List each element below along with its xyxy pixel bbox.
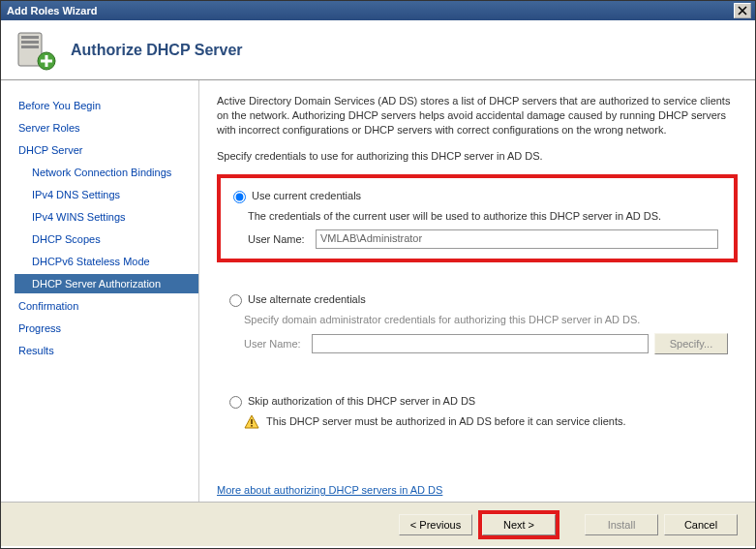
sidebar: Before You Begin Server Roles DHCP Serve… [1,80,199,502]
sidebar-item-results[interactable]: Results [15,341,198,360]
next-button-highlight: Next > [478,510,559,539]
cancel-button[interactable]: Cancel [664,514,738,535]
sidebar-item-ipv4-wins[interactable]: IPv4 WINS Settings [15,207,198,227]
window: Add Roles Wizard Authorize DHCP Server B… [0,0,756,549]
current-user-row: User Name: VMLAB\Administrator [248,229,724,249]
sidebar-item-network-bindings[interactable]: Network Connection Bindings [15,163,198,182]
radio-use-current[interactable]: Use current credentials [228,188,724,203]
option-skip-group: Skip authorization of this DHCP server i… [217,383,738,445]
sidebar-item-ipv4-dns[interactable]: IPv4 DNS Settings [15,185,198,204]
page-title: Authorize DHCP Server [71,42,243,59]
alternate-user-field [312,334,649,353]
sidebar-item-dhcp-server[interactable]: DHCP Server [15,140,198,160]
content-pane: Active Directory Domain Services (AD DS)… [199,80,755,502]
radio-use-alternate-input[interactable] [229,294,242,307]
alternate-user-label: User Name: [244,338,312,350]
titlebar[interactable]: Add Roles Wizard [1,1,755,20]
alternate-desc: Specify domain administrator credentials… [244,313,728,327]
radio-skip-input[interactable] [229,396,242,409]
radio-use-current-input[interactable] [233,191,246,203]
current-user-field: VMLAB\Administrator [316,229,718,249]
install-button[interactable]: Install [585,514,658,535]
window-title: Add Roles Wizard [5,5,734,16]
sidebar-item-dhcp-authorization[interactable]: DHCP Server Authorization [15,274,198,293]
sidebar-item-dhcp-scopes[interactable]: DHCP Scopes [15,229,198,249]
wizard-header: Authorize DHCP Server [1,20,755,80]
warning-icon [244,414,259,430]
current-desc: The credentials of the current user will… [248,209,724,224]
radio-use-current-label: Use current credentials [252,190,361,201]
intro-text: Active Directory Domain Services (AD DS)… [217,94,738,137]
wizard-body: Before You Begin Server Roles DHCP Serve… [1,80,755,502]
next-button[interactable]: Next > [482,514,556,535]
close-icon[interactable] [734,3,751,18]
radio-skip[interactable]: Skip authorization of this DHCP server i… [225,393,728,409]
svg-rect-3 [21,46,39,48]
help-link[interactable]: More about authorizing DHCP servers in A… [217,484,442,496]
radio-use-alternate[interactable]: Use alternate credentials [225,291,728,307]
specify-text: Specify credentials to use for authorizi… [217,149,738,164]
svg-rect-2 [21,41,39,44]
sidebar-item-before-you-begin[interactable]: Before You Begin [15,96,198,115]
skip-warning-row: This DHCP server must be authorized in A… [244,414,728,430]
sidebar-item-confirmation[interactable]: Confirmation [15,296,198,316]
sidebar-item-dhcpv6-stateless[interactable]: DHCPv6 Stateless Mode [15,252,198,271]
current-user-label: User Name: [248,233,316,245]
svg-rect-5 [251,419,253,424]
option-current-credentials-group: Use current credentials The credentials … [217,174,738,262]
svg-rect-6 [251,425,253,427]
skip-warning-text: This DHCP server must be authorized in A… [266,415,626,427]
footer: < Previous Next > Install Cancel [1,502,755,546]
server-icon [15,29,57,72]
previous-button[interactable]: < Previous [399,514,472,535]
radio-use-alternate-label: Use alternate credentials [248,293,366,305]
sidebar-item-progress[interactable]: Progress [15,319,198,338]
radio-skip-label: Skip authorization of this DHCP server i… [248,395,475,407]
svg-rect-1 [21,36,39,39]
specify-button[interactable]: Specify... [654,333,728,354]
alternate-user-row: User Name: Specify... [244,333,728,354]
option-alternate-credentials-group: Use alternate credentials Specify domain… [217,282,738,364]
sidebar-item-server-roles[interactable]: Server Roles [15,118,198,137]
